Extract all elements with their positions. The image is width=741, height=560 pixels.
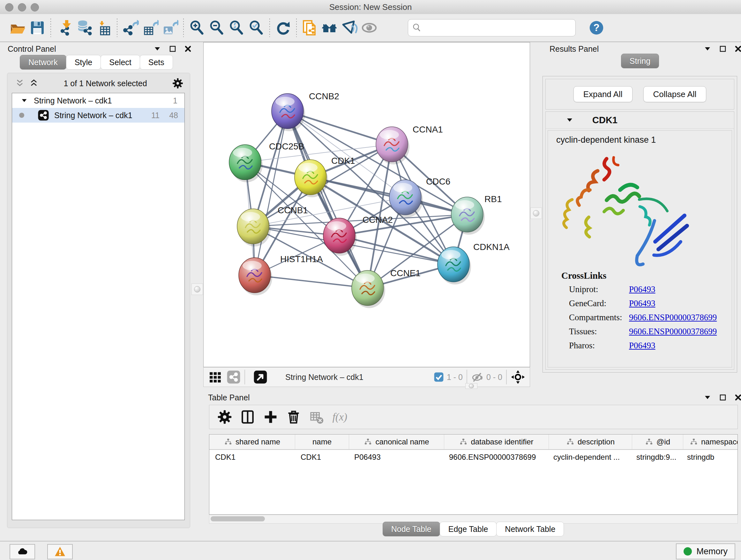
- table-delete-button[interactable]: [309, 409, 324, 425]
- protein-description: cyclin-dependent kinase 1: [556, 135, 656, 145]
- viz-eye-button[interactable]: [340, 18, 359, 38]
- panel-close-icon[interactable]: [734, 393, 741, 401]
- import-database-button[interactable]: [74, 18, 94, 38]
- network-tree-root-row[interactable]: String Network – cdk1 1: [12, 93, 185, 108]
- panel-menu-icon[interactable]: [703, 393, 712, 401]
- table-cell[interactable]: CDK1: [209, 453, 295, 462]
- plus-button[interactable]: [263, 409, 278, 425]
- tab-edge-table[interactable]: Edge Table: [440, 522, 497, 537]
- expand-all-button[interactable]: Expand All: [574, 86, 632, 102]
- bottom-splitter-handle[interactable]: [465, 383, 477, 389]
- table-cell[interactable]: stringdb: [681, 453, 738, 462]
- columns-button[interactable]: [240, 409, 255, 425]
- cloud-button[interactable]: [10, 544, 35, 559]
- tab-network[interactable]: Network: [20, 55, 66, 70]
- table-row[interactable]: CDK1CDK1P064939606.ENSP00000378699cyclin…: [209, 450, 738, 464]
- trash-button[interactable]: [286, 409, 301, 425]
- zoom-fit-button[interactable]: [226, 18, 246, 38]
- refresh-button[interactable]: [273, 18, 293, 38]
- protein-card-header[interactable]: CDK1: [546, 112, 734, 129]
- panel-close-icon[interactable]: [184, 45, 192, 53]
- column-header-name[interactable]: name: [295, 435, 349, 449]
- crosslink-row: Tissues: 9606.ENSP00000378699: [569, 327, 729, 336]
- panel-float-icon[interactable]: [719, 45, 727, 53]
- column-header-database-identifier[interactable]: database identifier: [444, 435, 549, 449]
- crosslink-link[interactable]: 9606.ENSP00000378699: [629, 327, 717, 336]
- import-network-button[interactable]: [54, 18, 74, 38]
- expand-all-icon[interactable]: [29, 78, 39, 88]
- export-network-button[interactable]: [121, 18, 140, 38]
- export-image-button[interactable]: [160, 18, 180, 38]
- eye-gray-button[interactable]: [359, 18, 379, 38]
- crosslink-link[interactable]: 9606.ENSP00000378699: [629, 313, 717, 322]
- crosslink-row: Uniprot: P06493: [569, 285, 729, 294]
- tab-string[interactable]: String: [621, 54, 659, 68]
- column-header-canonical-name[interactable]: canonical name: [349, 435, 444, 449]
- tree-expand-icon[interactable]: [20, 97, 28, 105]
- table-cell[interactable]: P06493: [348, 453, 443, 462]
- fit-selected-icon[interactable]: [511, 370, 525, 384]
- column-header--id[interactable]: @id: [632, 435, 683, 449]
- search-input[interactable]: [424, 23, 571, 33]
- column-header-description[interactable]: description: [549, 435, 632, 449]
- import-table-button[interactable]: [94, 18, 114, 38]
- tab-node-table[interactable]: Node Table: [383, 522, 440, 537]
- node-CCNA1: CCNA1: [376, 125, 443, 165]
- right-splitter-handle[interactable]: [530, 207, 542, 219]
- column-tree-icon: [645, 438, 653, 446]
- hidden-items-icon[interactable]: [471, 371, 484, 383]
- edge-CCNB2-HIST1H1A: [255, 111, 287, 275]
- home-pair-button[interactable]: [320, 18, 340, 38]
- zoom-in-button[interactable]: [187, 18, 207, 38]
- zoom-out-button[interactable]: [207, 18, 226, 38]
- table-cell[interactable]: cyclin-dependent ...: [548, 453, 630, 462]
- network-view-icon[interactable]: [226, 370, 241, 384]
- crosslink-link[interactable]: P06493: [629, 299, 656, 308]
- memory-label: Memory: [696, 547, 728, 557]
- panel-float-icon[interactable]: [719, 393, 727, 401]
- tab-sets[interactable]: Sets: [140, 55, 173, 70]
- memory-button[interactable]: Memory: [676, 543, 735, 559]
- panel-menu-icon[interactable]: [703, 45, 712, 53]
- crosslink-row: Compartments: 9606.ENSP00000378699: [569, 313, 729, 322]
- zoom-selected-button[interactable]: [246, 18, 266, 38]
- left-splitter-handle[interactable]: [192, 284, 203, 295]
- open-folder-button[interactable]: [8, 18, 27, 38]
- fx-button[interactable]: f(x): [332, 409, 347, 425]
- crosslink-label: Tissues:: [569, 327, 629, 336]
- string-app-button[interactable]: [300, 18, 320, 38]
- tab-style[interactable]: Style: [66, 55, 101, 70]
- column-tree-icon: [690, 438, 698, 446]
- table-cell[interactable]: stringdb:9...: [630, 453, 681, 462]
- warnings-button[interactable]: [47, 544, 73, 559]
- results-panel-title: Results Panel: [549, 44, 599, 54]
- panel-float-icon[interactable]: [169, 45, 177, 53]
- column-header-namespace[interactable]: namespace: [683, 435, 738, 449]
- panel-menu-icon[interactable]: [153, 45, 161, 53]
- protein-name: CDK1: [592, 115, 617, 125]
- show-grid-icon[interactable]: [208, 370, 222, 384]
- export-table-button[interactable]: [140, 18, 160, 38]
- table-cell[interactable]: CDK1: [295, 453, 348, 462]
- birdseye-toggle-icon[interactable]: [253, 370, 267, 384]
- help-button[interactable]: ?: [587, 18, 606, 38]
- selected-items-icon[interactable]: [433, 372, 444, 382]
- collapse-all-button[interactable]: Collapse All: [643, 86, 706, 102]
- network-options-gear-icon[interactable]: [172, 78, 184, 89]
- network-icon: [38, 110, 49, 121]
- network-canvas[interactable]: CCNB2 CCNA1 CDC25B CDK1: [203, 42, 530, 367]
- crosslink-link[interactable]: P06493: [629, 341, 656, 351]
- collapse-all-icon[interactable]: [15, 78, 24, 88]
- tab-network-table[interactable]: Network Table: [496, 522, 564, 537]
- tab-select[interactable]: Select: [100, 55, 140, 70]
- column-header-shared-name[interactable]: shared name: [209, 435, 295, 449]
- card-collapse-icon[interactable]: [565, 116, 574, 124]
- search-box[interactable]: [408, 19, 576, 37]
- network-tree-child-row[interactable]: String Network – cdk1 11 48: [12, 108, 185, 123]
- panel-close-icon[interactable]: [734, 45, 741, 53]
- save-button[interactable]: [27, 18, 47, 38]
- search-icon: [412, 23, 421, 33]
- gear-button[interactable]: [217, 409, 232, 425]
- table-cell[interactable]: 9606.ENSP00000378699: [443, 453, 548, 462]
- crosslink-link[interactable]: P06493: [629, 285, 656, 294]
